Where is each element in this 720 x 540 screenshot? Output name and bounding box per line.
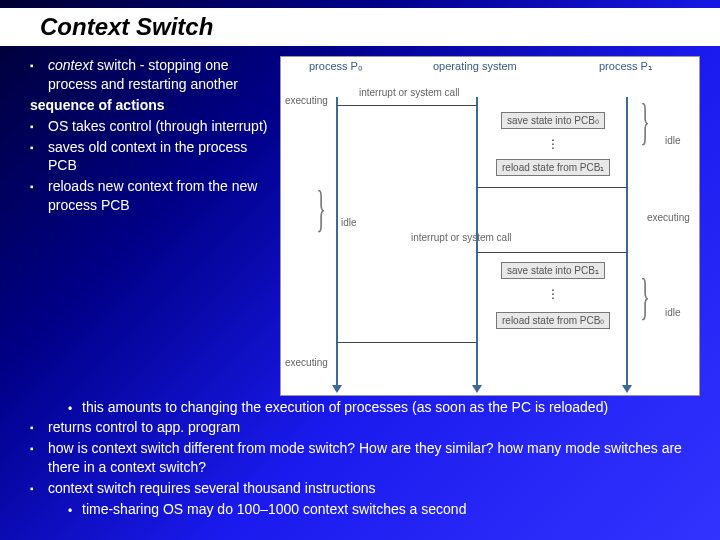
text-wide: • this amounts to changing the execution…	[30, 398, 700, 519]
title-bar: Context Switch	[0, 8, 720, 46]
slide-title: Context Switch	[10, 13, 213, 41]
bullet-1-em: context	[48, 57, 93, 73]
label-idle: idle	[341, 217, 357, 228]
bullet-3: ▪ saves old context in the process PCB	[30, 138, 270, 176]
box-save-pcb1: save state into PCB₁	[501, 262, 605, 279]
diagram-header-p0: process P₀	[309, 60, 362, 73]
slide: Context Switch ▪ context switch - stoppi…	[0, 0, 720, 540]
bullet-7-sub: • time-sharing OS may do 100–1000 contex…	[68, 500, 700, 519]
label-idle: idle	[665, 307, 681, 318]
content-row: ▪ context switch - stopping one process …	[30, 56, 700, 396]
box-reload-pcb1: reload state from PCB₁	[496, 159, 610, 176]
diagram-header-p1: process P₁	[599, 60, 652, 73]
label-executing: executing	[285, 95, 328, 106]
bullet-2: ▪ OS takes control (through interrupt)	[30, 117, 270, 136]
bullet-4: ▪ reloads new context from the new proce…	[30, 177, 270, 215]
label-executing: executing	[647, 212, 690, 223]
arrow-down-icon	[332, 385, 342, 393]
sequence-heading: sequence of actions	[30, 96, 270, 115]
arrow-down-icon	[622, 385, 632, 393]
box-reload-pcb0: reload state from PCB₀	[496, 312, 610, 329]
diagram-header-os: operating system	[433, 60, 517, 72]
label-idle: idle	[665, 135, 681, 146]
label-event2: interrupt or system call	[411, 232, 512, 243]
text-column: ▪ context switch - stopping one process …	[30, 56, 270, 396]
box-save-pcb0: save state into PCB₀	[501, 112, 605, 129]
arrow-down-icon	[472, 385, 482, 393]
bullet-4-sub: • this amounts to changing the execution…	[68, 398, 700, 417]
label-event1: interrupt or system call	[359, 87, 460, 98]
bullet-5: ▪ returns control to app. program	[30, 418, 700, 437]
context-switch-diagram: process P₀ operating system process P₁ i…	[280, 56, 700, 396]
timeline-p0	[336, 97, 338, 387]
timeline-p1	[626, 97, 628, 387]
bullet-1: ▪ context switch - stopping one process …	[30, 56, 270, 94]
bullet-7: ▪ context switch requires several thousa…	[30, 479, 700, 498]
bullet-6: ▪ how is context switch different from m…	[30, 439, 700, 477]
label-executing: executing	[285, 357, 328, 368]
